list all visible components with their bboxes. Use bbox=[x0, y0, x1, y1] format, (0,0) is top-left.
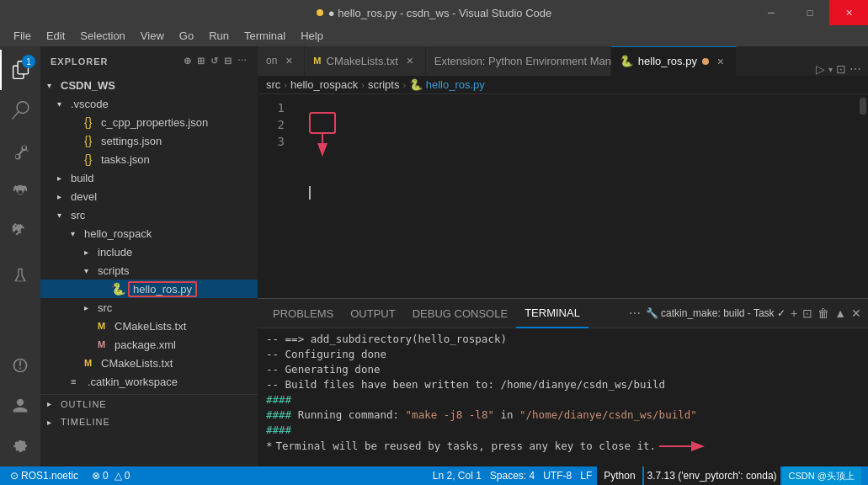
tab-on[interactable]: on × bbox=[258, 46, 305, 76]
new-file-icon[interactable]: ⊕ bbox=[184, 56, 192, 67]
tree-file-settings[interactable]: {} settings.json bbox=[40, 131, 258, 150]
tree-file-catkin-workspace[interactable]: ≡ .catkin_workspace bbox=[40, 372, 258, 391]
panel-tab-problems[interactable]: PROBLEMS bbox=[264, 299, 342, 328]
tree-folder-devel[interactable]: ▸ devel bbox=[40, 187, 258, 205]
tab-close-icon[interactable]: × bbox=[282, 54, 296, 67]
code-editor[interactable]: 1 2 3 bbox=[258, 94, 868, 298]
menu-selection[interactable]: Selection bbox=[73, 28, 131, 44]
status-language[interactable]: Python bbox=[597, 466, 642, 485]
tree-file-cmake-inner[interactable]: M CMakeLists.txt bbox=[40, 317, 258, 335]
tree-file-package-xml[interactable]: M package.xml bbox=[40, 335, 258, 354]
new-terminal-icon[interactable]: + bbox=[791, 306, 797, 320]
chevron-down-icon: ▾ bbox=[84, 266, 98, 275]
tree-folder-scripts[interactable]: ▾ scripts bbox=[40, 261, 258, 280]
tab-hello-ros[interactable]: 🐍 hello_ros.py × bbox=[611, 46, 737, 76]
panel-tab-output[interactable]: OUTPUT bbox=[342, 299, 403, 328]
language-text: Python bbox=[604, 470, 635, 482]
activity-debug[interactable] bbox=[0, 171, 40, 211]
sidebar-timeline[interactable]: ▸ TIMELINE bbox=[40, 413, 258, 431]
tree-folder-vscode[interactable]: ▾ .vscode bbox=[40, 94, 258, 113]
menu-view[interactable]: View bbox=[134, 28, 171, 44]
menu-edit[interactable]: Edit bbox=[40, 28, 72, 44]
scrollbar-thumb[interactable] bbox=[860, 98, 866, 115]
tab-close-icon[interactable]: × bbox=[714, 55, 727, 68]
close-button[interactable]: ✕ bbox=[829, 0, 868, 25]
activity-extensions[interactable] bbox=[0, 211, 40, 252]
status-encoding[interactable]: UTF-8 bbox=[540, 466, 575, 485]
explorer-badge: 1 bbox=[22, 55, 35, 68]
star-icon: * bbox=[266, 439, 273, 454]
status-spaces[interactable]: Spaces: 4 bbox=[487, 466, 538, 485]
more-actions-icon[interactable]: ⋯ bbox=[849, 62, 861, 76]
tree-folder-src-sub[interactable]: ▸ src bbox=[40, 298, 258, 317]
status-line-ending[interactable]: LF bbox=[577, 466, 595, 485]
menu-file[interactable]: File bbox=[7, 28, 38, 44]
sidebar-outline[interactable]: ▸ OUTLINE bbox=[40, 394, 258, 413]
close-panel-icon[interactable]: ✕ bbox=[851, 306, 861, 320]
terminal-line-6: #### Running command: "make -j8 -l8" in … bbox=[266, 408, 860, 423]
tree-file-tasks[interactable]: {} tasks.json bbox=[40, 150, 258, 168]
status-python-interpreter[interactable]: 3.7.13 ('env_pytorch': conda) bbox=[644, 466, 780, 485]
panel-tab-debug-console[interactable]: DEBUG CONSOLE bbox=[404, 299, 516, 328]
more-icon[interactable]: ⋯ bbox=[237, 56, 248, 67]
status-remote[interactable]: ⊙ ROS1.noetic bbox=[7, 470, 82, 482]
status-cursor-pos[interactable]: Ln 2, Col 1 bbox=[429, 466, 485, 485]
breadcrumb-scripts[interactable]: scripts bbox=[368, 78, 400, 91]
split-editor-icon[interactable]: ⊡ bbox=[836, 62, 846, 76]
editor-scrollbar[interactable] bbox=[858, 94, 868, 298]
activity-settings[interactable] bbox=[0, 426, 40, 466]
code-line-3 bbox=[295, 234, 868, 251]
tree-file-hello-ros[interactable]: 🐍 hello_ros.py bbox=[40, 280, 258, 298]
activity-search[interactable] bbox=[0, 90, 40, 131]
panel-tab-terminal[interactable]: TERMINAL bbox=[516, 299, 588, 328]
activity-bar: 1 bbox=[0, 46, 40, 466]
terminal-content[interactable]: -- ==> add_subdirectory(hello_rospack) -… bbox=[258, 328, 868, 466]
tab-cmakelists[interactable]: M CMakeLists.txt × bbox=[305, 46, 425, 76]
tree-file-c-cpp[interactable]: {} c_cpp_properties.json bbox=[40, 113, 258, 131]
tree-folder-hello-rospack[interactable]: ▾ hello_rospack bbox=[40, 224, 258, 242]
minimize-button[interactable]: ─ bbox=[752, 0, 791, 25]
breadcrumb-hello-rospack[interactable]: hello_rospack bbox=[290, 78, 358, 91]
chevron-right-icon: ▸ bbox=[57, 192, 71, 201]
activity-flask[interactable] bbox=[0, 255, 40, 296]
delete-terminal-icon[interactable]: 🗑 bbox=[817, 306, 829, 320]
activity-remote[interactable] bbox=[0, 345, 40, 386]
collapse-icon[interactable]: ⊟ bbox=[224, 56, 232, 67]
menu-terminal[interactable]: Terminal bbox=[237, 28, 292, 44]
tree-file-cmake-root[interactable]: M CMakeLists.txt bbox=[40, 354, 258, 372]
tab-close-icon[interactable]: × bbox=[403, 54, 417, 67]
tree-folder-include[interactable]: ▸ include bbox=[40, 242, 258, 261]
code-content[interactable] bbox=[291, 94, 868, 298]
chevron-down-icon: ▾ bbox=[57, 211, 71, 220]
status-right: Ln 2, Col 1 Spaces: 4 UTF-8 LF Python 3.… bbox=[429, 466, 861, 485]
menu-help[interactable]: Help bbox=[294, 28, 330, 44]
menu-run[interactable]: Run bbox=[202, 28, 236, 44]
text-cursor bbox=[309, 186, 311, 200]
status-errors[interactable]: ⊗ 0 △ 0 bbox=[88, 470, 133, 482]
activity-source-control[interactable] bbox=[0, 131, 40, 171]
refresh-icon[interactable]: ↺ bbox=[210, 56, 219, 67]
split-terminal-icon[interactable]: ⊡ bbox=[802, 306, 812, 320]
terminal-line-4: -- Build files have been written to: /ho… bbox=[266, 377, 860, 392]
breadcrumb-sep-1: › bbox=[284, 80, 287, 90]
cursor-pos-text: Ln 2, Col 1 bbox=[433, 470, 482, 482]
chevron-down-icon: ▾ bbox=[57, 99, 71, 109]
run-dropdown-icon[interactable]: ▾ bbox=[828, 65, 833, 74]
breadcrumb-src[interactable]: src bbox=[266, 78, 280, 91]
maximize-button[interactable]: □ bbox=[791, 0, 829, 25]
activity-explorer[interactable]: 1 bbox=[0, 50, 40, 90]
menu-go[interactable]: Go bbox=[173, 28, 200, 44]
tab-label: on bbox=[266, 55, 277, 67]
activity-account[interactable] bbox=[0, 386, 40, 426]
panel-more-icon[interactable]: ⋯ bbox=[629, 306, 641, 320]
maximize-panel-icon[interactable]: ▲ bbox=[834, 306, 846, 320]
tree-root[interactable]: ▾ CSDN_WS bbox=[40, 76, 258, 94]
breadcrumb-sep-2: › bbox=[361, 80, 365, 90]
tree-folder-src[interactable]: ▾ src bbox=[40, 205, 258, 224]
tree-folder-build[interactable]: ▸ build bbox=[40, 168, 258, 187]
error-icon: ⊗ bbox=[92, 470, 100, 482]
breadcrumb-hello-ros-py[interactable]: 🐍 hello_ros.py bbox=[409, 78, 485, 91]
tab-extension-python[interactable]: Extension: Python Environment Manager × bbox=[426, 46, 611, 76]
new-folder-icon[interactable]: ⊞ bbox=[197, 56, 205, 67]
run-icon[interactable]: ▷ bbox=[816, 62, 825, 76]
